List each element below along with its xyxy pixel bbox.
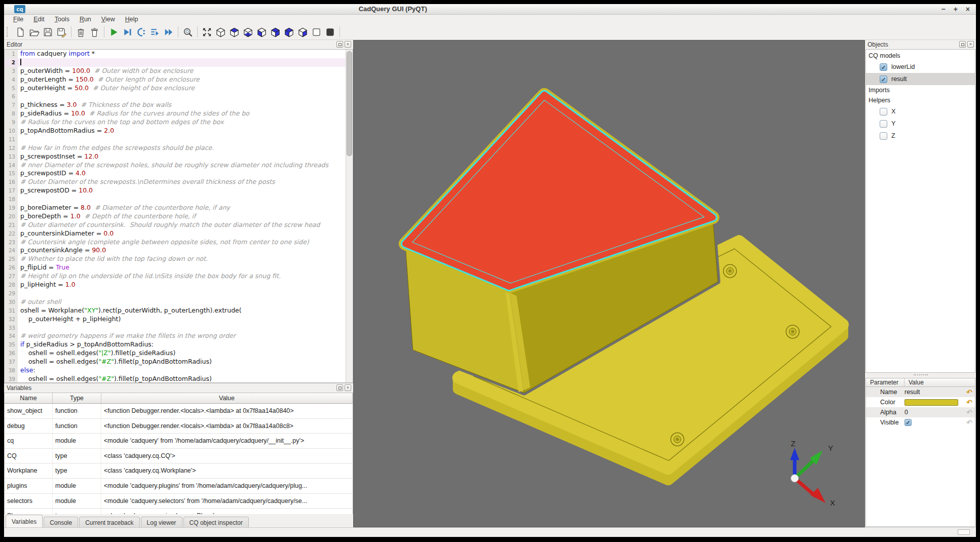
size-grip[interactable]	[958, 529, 970, 535]
view-top-button[interactable]	[228, 25, 241, 39]
save-as-button[interactable]	[55, 25, 68, 39]
variable-row[interactable]: Planetype<class 'cadquery.occ_impl.geom.…	[5, 509, 353, 514]
code-line[interactable]: 27# Height of lip on the underside of th…	[5, 272, 353, 281]
objects-tree-lowerlid[interactable]: ✓lowerLid	[866, 61, 975, 73]
code-line[interactable]: 29	[5, 289, 353, 298]
parameter-row-color[interactable]: Color↶	[866, 397, 975, 407]
code-line[interactable]: 20p_boreDepth = 1.0 # Depth of the count…	[5, 212, 353, 221]
tab-console[interactable]: Console	[44, 517, 78, 528]
code-line[interactable]: 36 oshell = oshell.edges("|Z").fillet(p_…	[5, 349, 353, 358]
maximize-button[interactable]: +	[954, 4, 958, 14]
parameter-row-visible[interactable]: Visible✓↶	[866, 417, 975, 428]
tab-log-viewer[interactable]: Log viewer	[141, 517, 182, 528]
code-line[interactable]: 33	[5, 324, 353, 332]
render-button[interactable]	[107, 25, 121, 39]
clear-all-button[interactable]	[88, 25, 101, 39]
fit-view-button[interactable]	[200, 25, 214, 39]
checkbox-y[interactable]	[880, 120, 887, 128]
code-line[interactable]: 17p_screwpostOD = 10.0	[5, 186, 353, 195]
parameter-row-name[interactable]: Nameresult↶	[866, 387, 975, 397]
variables-column-header-value[interactable]: Value	[101, 393, 353, 403]
close-button[interactable]: ×	[966, 4, 970, 14]
variable-row[interactable]: debugfunction<function Debugger.render.<…	[5, 419, 353, 434]
code-line[interactable]: 28p_lipHeight = 1.0	[5, 281, 353, 289]
code-line[interactable]: 2	[5, 58, 353, 67]
delete-object-button[interactable]	[74, 25, 88, 39]
variables-undock-button[interactable]	[336, 384, 343, 391]
undo-icon[interactable]: ↶	[964, 398, 975, 406]
variables-column-header-type[interactable]: Type	[53, 393, 101, 403]
code-line[interactable]: 26p_flipLid = True	[5, 263, 353, 272]
editor-scrollbar[interactable]	[346, 50, 353, 382]
variable-row[interactable]: cqmodule<module 'cadquery' from '/home/a…	[5, 434, 353, 449]
view-front-button[interactable]	[255, 25, 269, 39]
parameters-column-header-parameter[interactable]: Parameter	[866, 378, 904, 386]
tab-current-traceback[interactable]: Current traceback	[79, 517, 139, 528]
code-line[interactable]: 25# Whether to place the lid with the to…	[5, 255, 353, 263]
tab-variables[interactable]: Variables	[6, 515, 43, 528]
toolbar-drag-handle[interactable]	[7, 27, 10, 37]
code-line[interactable]: 15p_screwpostID = 4.0	[5, 169, 353, 178]
variable-row[interactable]: selectorsmodule<module 'cadquery.selecto…	[5, 494, 353, 509]
3d-viewport[interactable]: Z Y X	[353, 40, 865, 527]
menu-item-view[interactable]: View	[96, 15, 120, 24]
code-line[interactable]: 12# How far in from the edges the screwp…	[5, 144, 353, 152]
titlebar[interactable]: cq CadQuery GUI (PyQT) − + ×	[4, 4, 976, 15]
code-line[interactable]: 7p_thickness = 3.0 # Thickness of the bo…	[5, 101, 353, 109]
menu-item-edit[interactable]: Edit	[28, 15, 50, 24]
code-line[interactable]: 4p_outerLength = 150.0 # Outer length of…	[5, 75, 353, 84]
variable-row[interactable]: pluginsmodule<module 'cadquery.plugins' …	[5, 479, 353, 494]
variables-column-header-name[interactable]: Name	[5, 393, 53, 403]
code-line[interactable]: 37 oshell = oshell.edges("#Z").fillet(p_…	[5, 358, 353, 366]
code-line[interactable]: 34# weird geometry happens if we make th…	[5, 332, 353, 340]
objects-undock-button[interactable]	[959, 41, 966, 48]
code-line[interactable]: 13p_screwpostInset = 12.0	[5, 152, 353, 161]
code-line[interactable]: 24p_countersinkAngle = 90.0	[5, 246, 353, 255]
variable-row[interactable]: Workplanetype<class 'cadquery.cq.Workpla…	[5, 463, 353, 479]
code-line[interactable]: 11	[5, 135, 353, 144]
code-line[interactable]: 10p_topAndBottomRadius = 2.0	[5, 127, 353, 135]
code-line[interactable]: 9# Radius for the curves on the top and …	[5, 118, 353, 127]
parameters-column-header-value[interactable]: Value	[904, 378, 975, 386]
objects-tree-z[interactable]: Z	[866, 130, 975, 142]
code-line[interactable]: 32 p_outerHeight + p_lipHeight)	[5, 315, 353, 324]
inspect-zoom-button[interactable]	[181, 25, 195, 39]
panel-splitter[interactable]	[865, 373, 976, 378]
color-swatch[interactable]	[904, 399, 958, 406]
code-line[interactable]: 6	[5, 92, 353, 101]
menu-item-tools[interactable]: Tools	[50, 15, 74, 24]
objects-tree-result[interactable]: ✓result	[866, 73, 975, 85]
code-line[interactable]: 16# Outer Diameter of the screwposts.\nD…	[5, 178, 353, 186]
code-line[interactable]: 21# Outer diameter of countersink. Shoul…	[5, 221, 353, 229]
objects-tree-x[interactable]: X	[866, 105, 975, 118]
code-line[interactable]: 38else:	[5, 366, 353, 375]
checkbox-z[interactable]	[880, 132, 887, 140]
undo-icon[interactable]: ↶	[964, 388, 975, 396]
code-line[interactable]: 8p_sideRadius = 10.0 # Radius for the cu…	[5, 109, 353, 118]
objects-close-button[interactable]: ×	[967, 41, 974, 48]
code-line[interactable]: 39 oshell = oshell.edges("#Z").fillet(p_…	[5, 375, 353, 383]
code-line[interactable]: 1from cadquery import *	[5, 50, 353, 58]
open-file-button[interactable]	[27, 25, 41, 39]
variables-close-button[interactable]: ×	[345, 384, 351, 391]
checkbox-result[interactable]: ✓	[880, 75, 887, 83]
view-iso-button[interactable]	[214, 25, 228, 39]
view-bottom-button[interactable]	[241, 25, 255, 39]
continue-run-button[interactable]	[162, 25, 175, 39]
code-line[interactable]: 31oshell = Workplane("XY").rect(p_outerW…	[5, 306, 353, 315]
objects-tree-helpers[interactable]: Helpers	[866, 95, 975, 105]
editor-close-button[interactable]: ×	[345, 41, 351, 48]
new-file-button[interactable]	[14, 25, 27, 39]
code-line[interactable]: 19p_boreDiameter = 8.0 # Diameter of the…	[5, 204, 353, 212]
save-button[interactable]	[41, 25, 55, 39]
step-over-button[interactable]	[148, 25, 162, 39]
view-left-button[interactable]	[282, 25, 296, 39]
checkbox-x[interactable]	[880, 108, 887, 115]
debug-run-button[interactable]	[121, 25, 134, 39]
variable-row[interactable]: show_objectfunction<function Debugger.re…	[5, 404, 353, 419]
parameter-row-alpha[interactable]: Alpha0↶	[866, 407, 975, 417]
tab-cq-object-inspector[interactable]: CQ object inspector	[183, 517, 249, 528]
objects-tree-y[interactable]: Y	[866, 118, 975, 130]
code-line[interactable]: 35if p_sideRadius > p_topAndBottomRadius…	[5, 340, 353, 349]
filled-square-button[interactable]	[323, 25, 337, 39]
